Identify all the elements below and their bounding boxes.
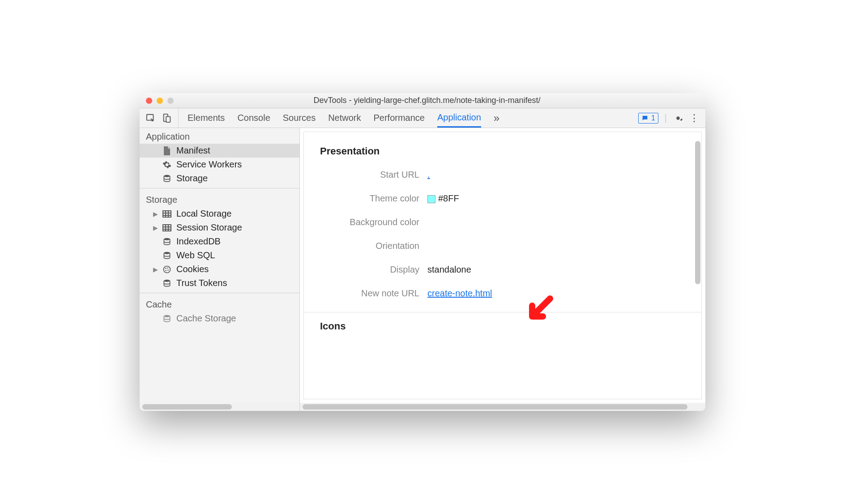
sidebar-item-service-workers[interactable]: Service Workers bbox=[140, 158, 299, 171]
panel-tabs: Elements Console Sources Network Perform… bbox=[179, 108, 632, 128]
sidebar-group-storage: Storage bbox=[140, 191, 299, 207]
expand-arrow-icon[interactable]: ▶ bbox=[153, 266, 158, 273]
tab-network[interactable]: Network bbox=[328, 108, 361, 128]
close-window-button[interactable] bbox=[146, 98, 152, 104]
sidebar-vertical-scrollbar[interactable] bbox=[294, 130, 299, 401]
issues-badge[interactable]: 1 bbox=[638, 113, 658, 124]
document-icon bbox=[162, 146, 172, 156]
minimize-window-button[interactable] bbox=[157, 98, 163, 104]
main-horizontal-scrollbar[interactable] bbox=[300, 403, 705, 411]
row-new-note-url: New note URL create-note.html bbox=[320, 288, 685, 299]
cookie-icon bbox=[162, 265, 172, 274]
label-new-note-url: New note URL bbox=[320, 288, 427, 299]
database-icon bbox=[162, 251, 172, 261]
sidebar-item-label: Cache Storage bbox=[176, 313, 236, 324]
svg-rect-4 bbox=[163, 211, 171, 217]
svg-point-12 bbox=[165, 270, 166, 271]
zoom-window-button[interactable] bbox=[167, 98, 174, 104]
tab-elements[interactable]: Elements bbox=[188, 108, 225, 128]
svg-rect-0 bbox=[147, 114, 154, 120]
grid-icon bbox=[162, 223, 172, 233]
database-icon bbox=[162, 314, 172, 324]
expand-arrow-icon[interactable]: ▶ bbox=[153, 224, 158, 231]
more-icon[interactable]: ⋮ bbox=[689, 113, 699, 123]
sidebar-item-label: Cookies bbox=[176, 264, 209, 274]
sidebar-item-cookies[interactable]: ▶ Cookies bbox=[140, 262, 299, 276]
device-toolbar-icon[interactable] bbox=[162, 113, 172, 123]
sidebar-item-label: Service Workers bbox=[176, 159, 242, 170]
window-titlebar: DevTools - yielding-large-chef.glitch.me… bbox=[140, 93, 705, 108]
sidebar-item-cache-storage[interactable]: Cache Storage bbox=[140, 312, 299, 325]
svg-point-10 bbox=[167, 267, 168, 269]
theme-color-value: #8FF bbox=[438, 193, 459, 203]
sidebar-item-label: Web SQL bbox=[176, 250, 215, 261]
window-traffic-lights bbox=[140, 98, 180, 104]
sidebar-item-local-storage[interactable]: ▶ Local Storage bbox=[140, 207, 299, 221]
expand-arrow-icon[interactable]: ▶ bbox=[153, 210, 158, 218]
svg-point-3 bbox=[164, 175, 170, 177]
sidebar-item-manifest[interactable]: Manifest bbox=[140, 144, 299, 158]
sidebar-group-cache: Cache bbox=[140, 296, 299, 312]
tab-console[interactable]: Console bbox=[237, 108, 270, 128]
row-start-url: Start URL . bbox=[320, 170, 685, 180]
label-theme-color: Theme color bbox=[320, 193, 427, 204]
tab-performance[interactable]: Performance bbox=[374, 108, 425, 128]
row-background-color: Background color bbox=[320, 217, 685, 227]
label-display: Display bbox=[320, 265, 427, 275]
window-title: DevTools - yielding-large-chef.glitch.me… bbox=[180, 96, 674, 105]
main-vertical-scrollbar[interactable] bbox=[695, 137, 700, 385]
grid-icon bbox=[162, 209, 172, 219]
start-url-link[interactable]: . bbox=[427, 170, 430, 179]
svg-point-14 bbox=[164, 315, 170, 317]
database-icon bbox=[162, 278, 172, 288]
database-icon bbox=[162, 174, 172, 184]
svg-rect-5 bbox=[163, 225, 171, 231]
tab-application[interactable]: Application bbox=[437, 108, 481, 128]
sidebar-item-session-storage[interactable]: ▶ Session Storage bbox=[140, 221, 299, 235]
sidebar-item-label: Session Storage bbox=[176, 222, 242, 233]
svg-point-8 bbox=[164, 266, 171, 273]
tab-overflow[interactable]: » bbox=[494, 108, 499, 128]
label-orientation: Orientation bbox=[320, 241, 427, 251]
display-value: standalone bbox=[427, 265, 471, 275]
svg-point-13 bbox=[164, 279, 170, 282]
svg-point-7 bbox=[164, 252, 170, 254]
settings-icon[interactable] bbox=[673, 113, 683, 123]
sidebar-item-trust-tokens[interactable]: Trust Tokens bbox=[140, 276, 299, 290]
sidebar-item-label: Trust Tokens bbox=[176, 278, 227, 288]
svg-point-6 bbox=[164, 238, 170, 240]
sidebar-item-indexeddb[interactable]: IndexedDB bbox=[140, 235, 299, 248]
svg-rect-2 bbox=[166, 116, 170, 122]
row-display: Display standalone bbox=[320, 265, 685, 275]
sidebar-item-label: Local Storage bbox=[176, 209, 231, 219]
section-presentation: Presentation bbox=[320, 145, 685, 157]
manifest-main: Presentation Start URL . Theme color #8F… bbox=[300, 128, 705, 411]
sidebar-item-label: IndexedDB bbox=[176, 236, 221, 247]
svg-point-11 bbox=[167, 269, 169, 271]
row-theme-color: Theme color #8FF bbox=[320, 193, 685, 204]
tab-sources[interactable]: Sources bbox=[283, 108, 316, 128]
section-icons: Icons bbox=[320, 320, 685, 332]
sidebar-item-storage[interactable]: Storage bbox=[140, 171, 299, 185]
devtools-toolbar: Elements Console Sources Network Perform… bbox=[140, 108, 705, 128]
label-background-color: Background color bbox=[320, 217, 427, 227]
database-icon bbox=[162, 237, 172, 247]
theme-color-swatch bbox=[427, 195, 435, 203]
inspect-element-icon[interactable] bbox=[146, 113, 156, 123]
manifest-pane: Presentation Start URL . Theme color #8F… bbox=[303, 132, 702, 399]
svg-point-9 bbox=[165, 268, 166, 269]
application-sidebar: Application Manifest Service Workers Sto… bbox=[140, 128, 300, 411]
label-start-url: Start URL bbox=[320, 170, 427, 180]
gear-icon bbox=[162, 160, 172, 170]
issues-count: 1 bbox=[651, 114, 655, 122]
row-orientation: Orientation bbox=[320, 241, 685, 251]
devtools-window: DevTools - yielding-large-chef.glitch.me… bbox=[140, 93, 705, 411]
sidebar-scrollbar[interactable] bbox=[140, 403, 299, 411]
sidebar-group-application: Application bbox=[140, 128, 299, 144]
new-note-url-link[interactable]: create-note.html bbox=[427, 288, 492, 298]
sidebar-item-label: Storage bbox=[176, 173, 208, 184]
sidebar-item-web-sql[interactable]: Web SQL bbox=[140, 248, 299, 262]
sidebar-item-label: Manifest bbox=[176, 145, 210, 156]
